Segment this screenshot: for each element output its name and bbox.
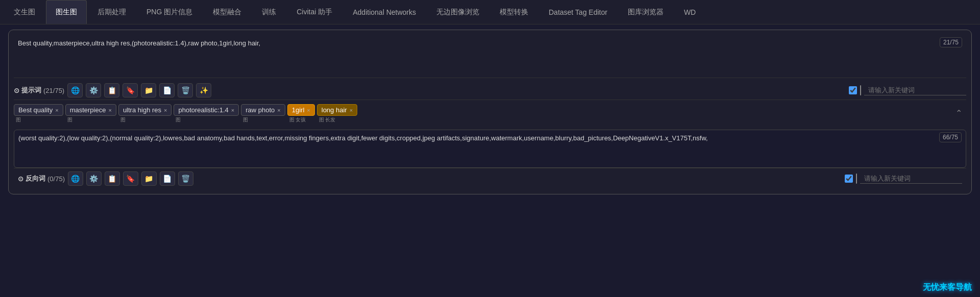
tab-dataset-tag[interactable]: Dataset Tag Editor bbox=[539, 0, 617, 24]
positive-collapse-arrow[interactable]: ⌃ bbox=[955, 108, 962, 118]
positive-tags-area: Best quality × 图 masterpiece × 图 ultra h… bbox=[14, 100, 966, 126]
neg-collapse-icon[interactable]: ⊙ bbox=[18, 175, 23, 183]
negative-toolbar-row: ⊙ 反向词 (0/75) 🌐 ⚙️ 📋 🔖 📁 📄 🗑️ bbox=[14, 168, 966, 189]
tag-sub-label: 图 bbox=[65, 116, 75, 123]
tag-close-icon[interactable]: × bbox=[307, 107, 310, 113]
tag-label: long hair bbox=[322, 106, 347, 114]
tab-png-info[interactable]: PNG 图片信息 bbox=[137, 0, 202, 24]
tag-close-icon[interactable]: × bbox=[108, 107, 111, 113]
tag-close-icon[interactable]: × bbox=[55, 107, 58, 113]
btn-settings[interactable]: ⚙️ bbox=[86, 83, 101, 97]
tab-txt2img[interactable]: 文生图 bbox=[4, 0, 45, 24]
prompt-section-count: (21/75) bbox=[43, 87, 64, 94]
tag-sub-label: 图 bbox=[174, 116, 183, 123]
neg-btn-folder[interactable]: 📁 bbox=[141, 171, 157, 186]
neg-btn-copy2[interactable]: 📄 bbox=[160, 171, 175, 186]
neg-btn-bookmark[interactable]: 🔖 bbox=[123, 171, 138, 186]
tag-sub-label: 图 女孩 bbox=[287, 116, 308, 123]
negative-keyword-input[interactable] bbox=[860, 174, 962, 184]
neg-btn-trash[interactable]: 🗑️ bbox=[178, 171, 193, 186]
positive-prompt-textarea[interactable]: Best quality,masterpiece,ultra high res,… bbox=[14, 35, 966, 76]
tab-model-convert[interactable]: 模型转换 bbox=[490, 0, 538, 24]
tag-sub-label: 图 bbox=[118, 116, 128, 123]
negative-prompt-wrap: 66/75 (worst quality:2),(low quality:2),… bbox=[14, 130, 966, 168]
neg-section-count: (0/75) bbox=[47, 175, 65, 183]
neg-vertical-divider bbox=[856, 174, 857, 184]
tag-sub-label: 图 长发 bbox=[317, 116, 337, 123]
tag-1girl: 1girl × 图 女孩 bbox=[287, 104, 315, 123]
tab-train[interactable]: 训练 bbox=[252, 0, 286, 24]
tag-label: photorealistic:1.4 bbox=[178, 106, 228, 114]
positive-keyword-checkbox[interactable] bbox=[849, 86, 857, 94]
btn-globe[interactable]: 🌐 bbox=[67, 83, 83, 97]
tab-civitai[interactable]: Civitai 助手 bbox=[287, 0, 342, 24]
tag-label: ultra high res bbox=[123, 106, 161, 114]
tag-label: raw photo bbox=[246, 106, 275, 114]
positive-token-count: 21/75 bbox=[940, 37, 962, 47]
tag-close-icon[interactable]: × bbox=[277, 107, 280, 113]
tab-img2img[interactable]: 图生图 bbox=[46, 0, 87, 24]
tab-postprocess[interactable]: 后期处理 bbox=[88, 0, 136, 24]
tag-raw-photo: raw photo × 图 bbox=[241, 104, 285, 123]
tag-label: 1girl bbox=[292, 106, 305, 114]
main-content: Best quality,masterpiece,ultra high res,… bbox=[0, 24, 980, 200]
tag-masterpiece: masterpiece × 图 bbox=[65, 104, 116, 123]
btn-magic[interactable]: ✨ bbox=[196, 83, 211, 97]
positive-prompt-wrap: Best quality,masterpiece,ultra high res,… bbox=[14, 35, 966, 78]
collapse-icon[interactable]: ⊙ bbox=[14, 87, 19, 94]
tab-wd[interactable]: WD bbox=[674, 0, 705, 24]
tag-long-hair: long hair × 图 长发 bbox=[317, 104, 357, 123]
btn-copy2[interactable]: 📄 bbox=[159, 83, 175, 97]
tag-best-quality: Best quality × 图 bbox=[14, 104, 63, 123]
negative-prompt-textarea[interactable]: (worst quality:2),(low quality:2),(norma… bbox=[14, 130, 966, 166]
navigation-bar: 文生图 图生图 后期处理 PNG 图片信息 模型融合 训练 Civitai 助手… bbox=[0, 0, 980, 24]
tag-close-icon[interactable]: × bbox=[231, 107, 234, 113]
neg-section-label: 反向词 bbox=[26, 174, 45, 183]
neg-btn-copy1[interactable]: 📋 bbox=[105, 171, 120, 186]
watermark: 无忧来客导航 bbox=[923, 282, 972, 293]
tag-ultra-high-res: ultra high res × 图 bbox=[118, 104, 172, 123]
btn-bookmark[interactable]: 🔖 bbox=[122, 83, 138, 97]
tag-sub-label: 图 bbox=[14, 116, 23, 123]
negative-token-count: 66/75 bbox=[939, 132, 962, 142]
prompt-section-label: 提示词 bbox=[21, 86, 41, 95]
btn-copy1[interactable]: 📋 bbox=[104, 83, 119, 97]
negative-keyword-checkbox[interactable] bbox=[845, 175, 853, 183]
tab-model-merge[interactable]: 模型融合 bbox=[203, 0, 251, 24]
positive-toolbar-label: ⊙ 提示词 (21/75) bbox=[14, 86, 64, 95]
tag-label: masterpiece bbox=[70, 106, 106, 114]
tag-close-icon[interactable]: × bbox=[350, 107, 353, 113]
tag-label: Best quality bbox=[18, 106, 53, 114]
tag-close-icon[interactable]: × bbox=[164, 107, 167, 113]
tag-sub-label: 图 bbox=[241, 116, 250, 123]
tab-additional-networks[interactable]: Additional Networks bbox=[343, 0, 426, 24]
btn-trash[interactable]: 🗑️ bbox=[178, 83, 193, 97]
btn-folder[interactable]: 📁 bbox=[141, 83, 156, 97]
positive-keyword-input-wrap bbox=[849, 85, 966, 95]
negative-keyword-input-wrap bbox=[845, 174, 962, 184]
positive-tags-row: Best quality × 图 masterpiece × 图 ultra h… bbox=[14, 100, 966, 126]
prompt-panel: Best quality,masterpiece,ultra high res,… bbox=[8, 30, 972, 194]
positive-keyword-input[interactable] bbox=[864, 85, 966, 95]
neg-btn-globe[interactable]: 🌐 bbox=[68, 171, 83, 186]
negative-toolbar-label: ⊙ 反向词 (0/75) bbox=[18, 174, 65, 183]
neg-btn-settings[interactable]: ⚙️ bbox=[86, 171, 102, 186]
tab-image-browser[interactable]: 图库浏览器 bbox=[618, 0, 673, 24]
positive-toolbar-row: ⊙ 提示词 (21/75) 🌐 ⚙️ 📋 🔖 📁 📄 🗑️ ✨ bbox=[14, 81, 966, 100]
tab-infinite-image[interactable]: 无边图像浏览 bbox=[427, 0, 489, 24]
vertical-divider bbox=[860, 85, 861, 95]
tag-photorealistic: photorealistic:1.4 × 图 bbox=[174, 104, 239, 123]
